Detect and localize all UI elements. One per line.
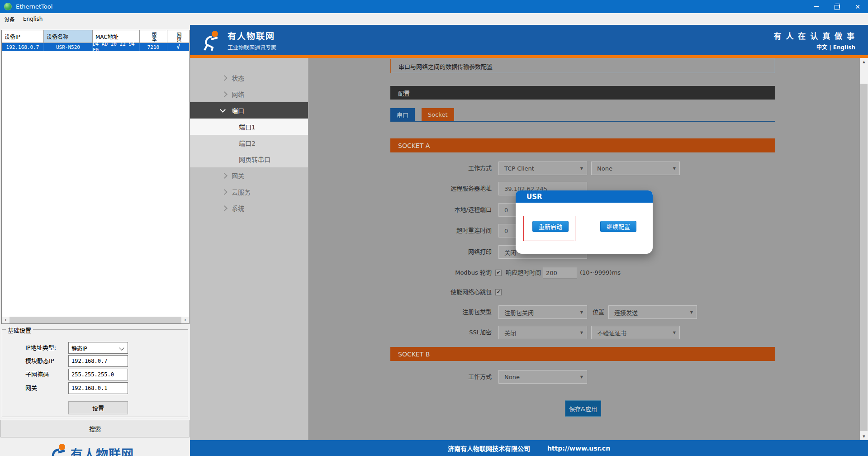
gateway-label: 网关 xyxy=(25,382,37,394)
chevron-down-icon xyxy=(119,345,124,350)
socket-b-work-mode-label: 工作方式 xyxy=(354,370,492,384)
tab-socket[interactable]: Socket xyxy=(422,108,454,121)
heartbeat-checkbox[interactable]: ✔ xyxy=(495,289,502,295)
hscroll-track[interactable] xyxy=(9,317,181,323)
restore-icon xyxy=(835,5,840,10)
sidebar-item-port2[interactable]: 端口2 xyxy=(190,135,308,151)
menubar: 设备 English xyxy=(0,13,868,25)
titlebar: EthernetTool ✕ xyxy=(0,0,868,13)
restart-button[interactable]: 重新启动 xyxy=(532,221,569,232)
regpkt-pos-label: 位置 xyxy=(593,305,604,319)
page-description: 串口与网络之间的数据传输参数配置 xyxy=(390,59,775,73)
continue-config-button[interactable]: 继续配置 xyxy=(600,221,636,232)
web-header: 有人物联网 工业物联网通讯专家 有 人 在 认 真 做 事 中文 | Engli… xyxy=(190,25,868,55)
ssl-label: SSL加密 xyxy=(354,326,492,339)
menu-device[interactable]: 设备 xyxy=(0,13,19,25)
sidebar-item-gateway[interactable]: 网关 xyxy=(190,167,308,184)
scroll-right-icon[interactable]: › xyxy=(181,317,189,323)
restore-button[interactable] xyxy=(826,0,847,13)
dropdown-arrow-icon: ▼ xyxy=(673,331,676,335)
vscroll-thumb[interactable] xyxy=(860,84,868,431)
save-apply-button[interactable]: 保存&应用 xyxy=(565,400,601,417)
device-ip: 192.168.0.7 xyxy=(2,43,44,51)
device-version: 7210 xyxy=(140,43,167,51)
modbus-timeout-label: 响应超时时间 xyxy=(506,266,541,280)
header-motto: 有 人 在 认 真 做 事 xyxy=(773,30,855,41)
work-mode-extra-select[interactable]: None ▼ xyxy=(591,162,680,175)
basic-settings-group: 基础设置 IP地址类型: 静态IP 模块静态IP 子网掩码 网关 设置 xyxy=(2,329,188,417)
socket-b-header: SOCKET B xyxy=(390,347,775,361)
chevron-right-icon xyxy=(222,173,228,179)
chevron-right-icon xyxy=(222,205,228,211)
app-window: EthernetTool ✕ 设备 English 设备IP 设备名称 MAC地… xyxy=(0,0,868,456)
ip-type-label: IP地址类型: xyxy=(25,342,56,354)
gateway-field[interactable] xyxy=(68,382,128,394)
sidebar-item-cloud[interactable]: 云服务 xyxy=(190,184,308,200)
work-mode-label: 工作方式 xyxy=(354,162,492,175)
regpkt-pos-select[interactable]: 连接发送 ▼ xyxy=(608,305,697,319)
modbus-timeout-field[interactable] xyxy=(543,267,577,279)
static-ip-field[interactable] xyxy=(68,355,128,367)
sidebar-item-port1[interactable]: 端口1 xyxy=(190,119,308,135)
sidebar-item-web2serial[interactable]: 网页转串口 xyxy=(190,151,308,167)
sidebar-item-status[interactable]: 状态 xyxy=(190,70,308,86)
modbus-poll-checkbox[interactable]: ✔ xyxy=(495,270,502,276)
col-header-web[interactable]: 网页 xyxy=(167,30,189,43)
tab-serial[interactable]: 串口 xyxy=(390,108,415,121)
chevron-right-icon xyxy=(222,91,228,97)
col-header-name[interactable]: 设备名称 xyxy=(44,30,93,43)
basic-settings-title: 基础设置 xyxy=(6,326,33,334)
dropdown-arrow-icon: ▼ xyxy=(580,331,583,335)
minimize-icon xyxy=(814,6,819,7)
set-button[interactable]: 设置 xyxy=(68,401,128,414)
chevron-right-icon xyxy=(222,189,228,195)
regpkt-type-select[interactable]: 注册包关闭 ▼ xyxy=(498,305,587,319)
app-icon xyxy=(4,3,12,10)
horizontal-scrollbar[interactable]: ‹ › xyxy=(2,317,189,323)
table-row[interactable]: 192.168.0.7 USR-N520 D4 AD 20 22 94 F0 7… xyxy=(2,43,189,51)
device-list: 设备IP 设备名称 MAC地址 版本 网页 192.168.0.7 USR-N5… xyxy=(1,30,190,324)
minimize-button[interactable] xyxy=(806,0,826,13)
usr-figure-icon xyxy=(201,30,222,51)
sidebar-item-system[interactable]: 系统 xyxy=(190,200,308,216)
brand-block: 有人物联网 工业物联网通讯专家 xyxy=(228,29,276,51)
sidebar-item-network[interactable]: 网络 xyxy=(190,86,308,102)
modbus-timeout-hint: (10~9999)ms xyxy=(580,266,621,280)
work-mode-select[interactable]: TCP Client ▼ xyxy=(498,162,587,175)
dropdown-arrow-icon: ▼ xyxy=(673,166,676,171)
chevron-down-icon xyxy=(220,107,226,113)
vertical-scrollbar[interactable]: ▲ ▼ xyxy=(860,58,868,440)
menu-english[interactable]: English xyxy=(19,13,47,25)
device-web-link[interactable]: √ xyxy=(167,43,189,51)
col-header-ip[interactable]: 设备IP xyxy=(2,30,44,43)
scroll-up-icon[interactable]: ▲ xyxy=(860,58,868,66)
search-button[interactable]: 搜索 xyxy=(0,420,190,437)
ip-type-select[interactable]: 静态IP xyxy=(68,342,128,354)
dropdown-arrow-icon: ▼ xyxy=(690,310,693,314)
language-switch[interactable]: 中文 | English xyxy=(773,43,855,51)
window-title: EthernetTool xyxy=(16,3,52,10)
static-ip-label: 模块静态IP xyxy=(25,355,54,367)
col-header-mac[interactable]: MAC地址 xyxy=(93,30,140,43)
remote-addr-label: 远程服务器地址 xyxy=(354,182,492,195)
ssl-select[interactable]: 关闭 ▼ xyxy=(498,326,587,339)
chevron-right-icon xyxy=(222,75,228,81)
subnet-mask-field[interactable] xyxy=(68,369,128,380)
close-button[interactable]: ✕ xyxy=(847,0,868,13)
socket-a-header: SOCKET A xyxy=(390,138,775,152)
subnet-mask-label: 子网掩码 xyxy=(25,369,49,380)
footer-url[interactable]: http://www.usr.cn xyxy=(547,445,610,452)
socket-b-work-mode-select[interactable]: None ▼ xyxy=(498,370,587,384)
dropdown-arrow-icon: ▼ xyxy=(580,310,583,314)
tab-bar: 串口 Socket xyxy=(390,108,454,121)
tab-underline xyxy=(390,121,775,122)
web-content: 串口与网络之间的数据传输参数配置 配置 串口 Socket SOCKET A 工… xyxy=(308,58,860,440)
dropdown-arrow-icon: ▼ xyxy=(580,166,583,171)
scroll-left-icon[interactable]: ‹ xyxy=(2,317,9,323)
sidebar-item-port[interactable]: 端口 xyxy=(190,102,308,119)
footer-company: 济南有人物联网技术有限公司 xyxy=(448,444,530,453)
scroll-down-icon[interactable]: ▼ xyxy=(860,432,868,440)
ssl-cert-select[interactable]: 不验证证书 ▼ xyxy=(591,326,680,339)
web-sidebar: 状态 网络 端口 端口1 端口2 网页转串口 网关 xyxy=(190,58,308,440)
col-header-version[interactable]: 版本 xyxy=(140,30,167,43)
